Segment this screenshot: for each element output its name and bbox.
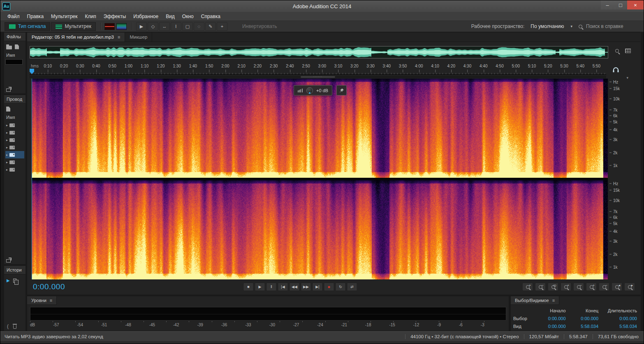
import-media-icon[interactable]: [6, 107, 10, 112]
levels-panel-tab[interactable]: Уровни ≡: [27, 296, 57, 305]
playhead-marker[interactable]: [30, 69, 34, 74]
close-button[interactable]: ×: [627, 0, 644, 9]
multitrack-mode-tab[interactable]: Мультитрек: [51, 22, 95, 31]
menu-item[interactable]: Мультитрек: [47, 14, 81, 19]
editor-tab[interactable]: Редактор: 05 Я тебя не долюбил.mp3 ≡: [27, 33, 125, 42]
selection-end-value[interactable]: 0:00.000: [566, 316, 599, 321]
menu-item[interactable]: Справка: [197, 14, 224, 19]
undo-icon[interactable]: (: [7, 324, 9, 328]
timeline-ruler[interactable]: hms 0:100:200:300:400:501:001:101:201:30…: [30, 62, 606, 75]
file-list-item[interactable]: [5, 59, 23, 65]
scrollbar-handle[interactable]: [301, 76, 335, 78]
export-file-icon[interactable]: [6, 88, 11, 92]
zoom-overview-button[interactable]: [615, 49, 619, 53]
panel-menu-icon[interactable]: ≡: [50, 298, 52, 303]
playhead-line[interactable]: [32, 79, 32, 279]
zoom-to-selection-button[interactable]: ▭: [548, 283, 558, 291]
menu-item[interactable]: Окно: [178, 14, 197, 19]
time-selection-tool-button[interactable]: I: [171, 22, 181, 31]
media-tree-item[interactable]: ▸: [5, 121, 24, 129]
export-media-icon[interactable]: [6, 259, 11, 263]
volume-knob[interactable]: [306, 87, 313, 94]
maximize-button[interactable]: □: [614, 0, 627, 9]
hud-db-value[interactable]: +0 dB: [316, 88, 328, 93]
menu-item[interactable]: Клип: [81, 14, 100, 19]
menu-item[interactable]: Файл: [4, 14, 23, 19]
pause-button[interactable]: ‖: [266, 283, 276, 291]
grid-view-icon[interactable]: [625, 49, 631, 53]
menu-item[interactable]: Правка: [23, 14, 48, 19]
workspace-dropdown[interactable]: По умолчанию ▾: [528, 23, 575, 30]
playhead-time-display[interactable]: 0:00.000: [33, 282, 65, 291]
media-tree-item[interactable]: ▸: [5, 158, 24, 166]
zoom-in-frequency-button[interactable]: +: [586, 283, 597, 291]
zoom-out-time-button[interactable]: −: [573, 283, 584, 291]
media-tree-item[interactable]: ▸: [5, 129, 24, 136]
minimize-button[interactable]: –: [601, 0, 614, 9]
import-file-icon[interactable]: [15, 44, 19, 49]
expand-caret-icon[interactable]: ▸: [6, 160, 8, 164]
spectral-view-button[interactable]: [116, 23, 127, 30]
spot-healing-brush-tool-button[interactable]: +: [217, 22, 227, 31]
history-item[interactable]: ▶: [5, 276, 24, 285]
history-panel-tab[interactable]: Истори: [4, 266, 25, 274]
zoom-in-time-button[interactable]: +: [561, 283, 571, 291]
view-end-value[interactable]: 5:58.034: [566, 324, 599, 329]
selection-duration-value[interactable]: 0:00.000: [598, 316, 637, 321]
media-tree-item[interactable]: ▸: [5, 166, 24, 173]
razor-tool-button[interactable]: ◇: [148, 22, 158, 31]
mixer-tab[interactable]: Микшер: [125, 33, 152, 42]
expand-caret-icon[interactable]: ▸: [6, 153, 8, 157]
paintbrush-selection-tool-button[interactable]: ✎: [205, 22, 216, 31]
skip-to-start-button[interactable]: |◀: [278, 283, 288, 291]
files-panel-tab[interactable]: Файлы: [4, 33, 25, 41]
open-file-icon[interactable]: [6, 46, 12, 49]
rewind-button[interactable]: ◀◀: [289, 283, 299, 291]
fast-forward-button[interactable]: ▶▶: [301, 283, 311, 291]
media-browser-panel-tab[interactable]: Провод: [4, 95, 25, 104]
hud-pin-button[interactable]: [336, 85, 347, 95]
zoom-in-button[interactable]: +: [522, 283, 533, 291]
media-tree-item[interactable]: ▸: [5, 136, 24, 144]
view-start-value[interactable]: 0:00.000: [533, 324, 566, 329]
loop-playback-button[interactable]: ↻: [335, 283, 345, 291]
lasso-selection-tool-button[interactable]: ◌: [194, 22, 204, 31]
waveform-mode-tab[interactable]: Тип сигнала: [5, 22, 50, 31]
move-playhead-tool-button[interactable]: ▶: [136, 22, 147, 31]
headphones-icon[interactable]: [612, 67, 619, 74]
app-icon[interactable]: Au: [2, 2, 10, 10]
zoom-out-frequency-button[interactable]: −: [599, 283, 609, 291]
trash-icon[interactable]: [13, 325, 16, 329]
overview-waveform-canvas[interactable]: [30, 46, 608, 58]
menu-item[interactable]: Эффекты: [100, 14, 130, 19]
zoom-selection-left-button[interactable]: ◂: [612, 283, 622, 291]
expand-caret-icon[interactable]: ▸: [6, 168, 8, 172]
panel-menu-icon[interactable]: ≡: [552, 298, 555, 303]
zoom-out-button[interactable]: −: [535, 283, 546, 291]
skip-to-end-button[interactable]: ▶|: [312, 283, 322, 291]
record-button[interactable]: ●: [324, 283, 334, 291]
expand-caret-icon[interactable]: ▸: [6, 138, 8, 142]
media-tree-item[interactable]: ▸: [5, 151, 24, 158]
play-button[interactable]: ▶: [255, 283, 265, 291]
menu-item[interactable]: Вид: [162, 14, 178, 19]
help-search-input[interactable]: [586, 23, 639, 29]
media-tree-item[interactable]: ▸: [5, 144, 24, 151]
expand-caret-icon[interactable]: ▸: [6, 131, 8, 135]
volume-hud[interactable]: +0 dB: [294, 85, 332, 95]
marquee-selection-tool-button[interactable]: ▢: [182, 22, 193, 31]
zoom-selection-right-button[interactable]: ▸: [624, 283, 635, 291]
panel-menu-icon[interactable]: ≡: [118, 35, 120, 40]
selection-panel-tab[interactable]: Выбор/Видимое ≡: [511, 296, 559, 305]
selection-start-value[interactable]: 0:00.000: [533, 316, 566, 321]
skip-selection-button[interactable]: ⇄: [347, 283, 357, 291]
expand-caret-icon[interactable]: ▸: [6, 146, 8, 149]
stop-button[interactable]: ■: [243, 283, 253, 291]
expand-caret-icon[interactable]: ▸: [6, 123, 8, 127]
menu-item[interactable]: Избранное: [130, 14, 162, 19]
invert-button[interactable]: Инвертировать: [242, 23, 277, 29]
view-duration-value[interactable]: 5:58.034: [598, 324, 637, 329]
slip-tool-button[interactable]: ↔: [159, 22, 170, 31]
waveform-view-button[interactable]: [104, 23, 115, 30]
spectrogram-canvas[interactable]: [32, 79, 608, 279]
